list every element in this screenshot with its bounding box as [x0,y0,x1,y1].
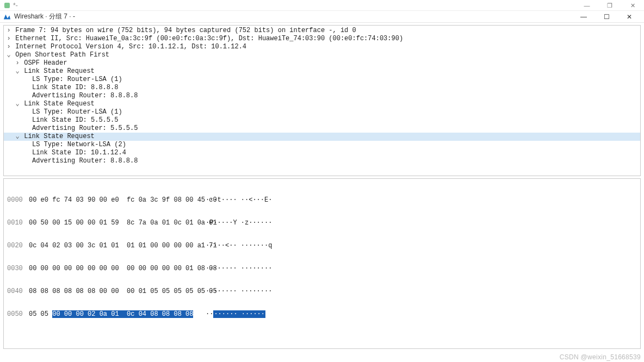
tree-lsr3-adv[interactable]: Advertising Router: 8.8.8.8 [4,157,640,165]
tree-ospf[interactable]: ⌄ Open Shortest Path First [4,51,640,59]
tree-ospf-text: Open Shortest Path First [15,51,109,59]
tree-ospf-hdr-text: OSPF Header [24,59,67,67]
chevron-down-icon[interactable]: ⌄ [6,51,11,59]
hex-ascii-selection[interactable]: ······ ······ [213,310,265,318]
app-maximize-button[interactable]: ☐ [595,11,618,23]
outer-title-text: *- [13,2,18,9]
tree-lsr1[interactable]: ⌄ Link State Request [4,67,640,76]
hex-offset: 0050 [7,310,29,318]
chevron-right-icon[interactable]: › [15,59,20,67]
hex-offset: 0020 [7,242,29,249]
packet-bytes-pane[interactable]: 0000 00 e0 fc 74 03 90 00 e0 fc 0a 3c 9f… [3,178,641,349]
hex-offset: 0010 [7,219,29,227]
chevron-right-icon[interactable]: › [6,43,11,51]
hex-row[interactable]: 0040 08 08 08 08 08 08 00 00 00 01 05 05… [7,288,637,295]
hex-ascii[interactable]: ·P·····Y ·z······ [195,219,272,227]
tree-ip-text: Internet Protocol Version 4, Src: 10.1.1… [15,43,246,51]
tree-eth-text: Ethernet II, Src: HuaweiTe_0a:3c:9f (00:… [15,35,403,42]
tree-lsr3-id[interactable]: Link State ID: 10.1.12.4 [4,149,640,157]
tree-lsr1-type[interactable]: LS Type: Router-LSA (1) [4,76,640,84]
tree-lsr1-adv[interactable]: Advertising Router: 8.8.8.8 [4,92,640,100]
app-titlebar[interactable]: Wireshark · 分组 7 · - — ☐ ✕ [0,11,644,23]
panes: › Frame 7: 94 bytes on wire (752 bits), … [0,23,644,352]
hex-ascii[interactable]: ·····<·· ·······q [195,242,272,249]
app-title-text: Wireshark · 分组 7 · - [14,12,75,21]
hex-bytes[interactable]: 00 e0 fc 74 03 90 00 e0 fc 0a 3c 9f 08 0… [29,196,195,204]
hex-bytes[interactable]: 0c 04 02 03 00 3c 01 01 01 01 00 00 00 0… [29,242,195,249]
hex-offset: 0000 [7,196,29,204]
watermark-text: CSDN @weixin_51668539 [560,353,641,361]
hex-row-selected[interactable]: 0050 05 05 00 00 00 02 0a 01 0c 04 08 08… [7,310,637,318]
chevron-down-icon[interactable]: ⌄ [15,133,20,141]
packet-details-pane[interactable]: › Frame 7: 94 bytes on wire (752 bits), … [3,25,641,176]
tree-ethernet[interactable]: › Ethernet II, Src: HuaweiTe_0a:3c:9f (0… [4,35,640,43]
tree-lsr2[interactable]: ⌄ Link State Request [4,100,640,108]
outer-window-controls: — ❐ ✕ [575,0,644,11]
tree-lsr1-text: Link State Request [24,67,95,75]
hex-ascii[interactable]: ········ ········ [195,265,272,272]
hex-row[interactable]: 0030 00 00 00 00 00 00 00 00 00 00 00 00… [7,265,637,272]
tree-frame[interactable]: › Frame 7: 94 bytes on wire (752 bits), … [4,27,640,35]
hex-bytes[interactable]: 05 05 00 00 00 02 0a 01 0c 04 08 08 08 0… [29,310,195,318]
hex-bytes-selection[interactable]: 00 00 00 02 0a 01 0c 04 08 08 08 08 [52,310,193,318]
wireshark-icon [3,13,11,21]
tree-lsr1-id[interactable]: Link State ID: 8.8.8.8 [4,84,640,92]
hex-offset: 0040 [7,288,29,295]
outer-minimize-button[interactable]: — [575,0,598,11]
outer-app-icon [4,3,10,8]
tree-lsr3-type[interactable]: LS Type: Network-LSA (2) [4,141,640,149]
hex-ascii[interactable]: ········ ········ [195,288,272,295]
app-window-controls: — ☐ ✕ [572,11,641,23]
tree-ospf-header[interactable]: › OSPF Header [4,59,640,67]
chevron-right-icon[interactable]: › [6,35,11,43]
tree-lsr2-id[interactable]: Link State ID: 5.5.5.5 [4,116,640,124]
tree-frame-text: Frame 7: 94 bytes on wire (752 bits), 94… [15,27,356,34]
outer-close-button[interactable]: ✕ [621,0,644,11]
hex-offset: 0030 [7,265,29,272]
hex-bytes[interactable]: 00 50 00 15 00 00 01 59 8c 7a 0a 01 0c 0… [29,219,195,227]
hex-bytes[interactable]: 00 00 00 00 00 00 00 00 00 00 00 00 00 0… [29,265,195,272]
footer-space [0,352,644,362]
chevron-right-icon[interactable]: › [6,27,11,35]
hex-ascii[interactable]: ···t···· ··<···E· [195,196,272,204]
tree-lsr2-adv[interactable]: Advertising Router: 5.5.5.5 [4,124,640,133]
app-minimize-button[interactable]: — [572,11,595,23]
hex-bytes[interactable]: 08 08 08 08 08 08 00 00 00 01 05 05 05 0… [29,288,195,295]
hex-row[interactable]: 0000 00 e0 fc 74 03 90 00 e0 fc 0a 3c 9f… [7,196,637,204]
tree-lsr2-type[interactable]: LS Type: Router-LSA (1) [4,108,640,116]
hex-row[interactable]: 0020 0c 04 02 03 00 3c 01 01 01 01 00 00… [7,242,637,249]
outer-os-titlebar: *- [0,0,644,11]
tree-ip[interactable]: › Internet Protocol Version 4, Src: 10.1… [4,43,640,51]
app-close-button[interactable]: ✕ [618,11,641,23]
tree-lsr3[interactable]: ⌄ Link State Request [4,133,640,141]
hex-ascii[interactable]: ········ ······ [195,310,265,318]
outer-maximize-button[interactable]: ❐ [598,0,621,11]
tree-lsr2-text: Link State Request [24,100,95,108]
tree-lsr3-text: Link State Request [24,133,95,140]
chevron-down-icon[interactable]: ⌄ [15,67,20,76]
hex-row[interactable]: 0010 00 50 00 15 00 00 01 59 8c 7a 0a 01… [7,219,637,227]
chevron-down-icon[interactable]: ⌄ [15,100,20,108]
